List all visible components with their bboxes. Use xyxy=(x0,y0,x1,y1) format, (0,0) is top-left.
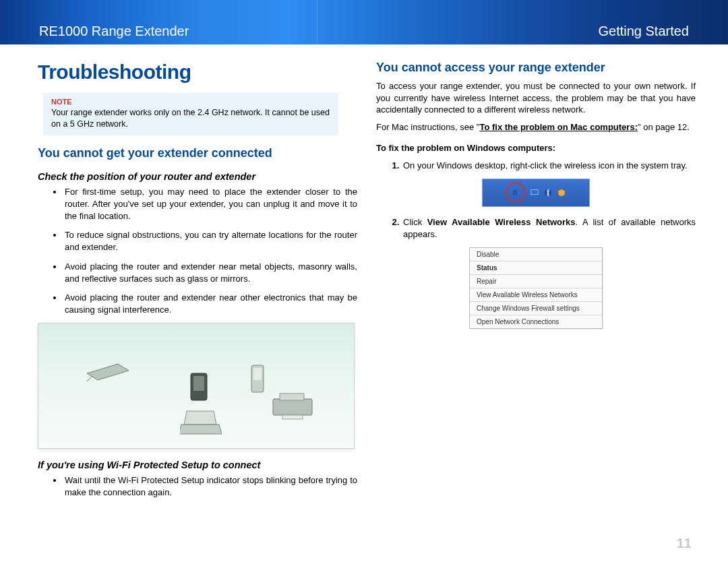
svg-marker-9 xyxy=(184,411,216,425)
phone-icon xyxy=(249,364,268,395)
text: For Mac instructions, see " xyxy=(376,122,479,132)
page-number: 11 xyxy=(677,536,692,551)
menu-item: View Available Wireless Networks xyxy=(470,288,602,302)
left-column: Troubleshooting Note Your range extender… xyxy=(38,61,357,506)
svg-rect-5 xyxy=(253,368,262,380)
svg-marker-0 xyxy=(87,364,129,380)
list-item: For first-time setup, you may need to pl… xyxy=(63,186,357,223)
right-intro: To access your range extender, you must … xyxy=(376,80,696,116)
right-section-heading: You cannot access your range extender xyxy=(376,61,696,75)
system-tray-illustration xyxy=(482,179,590,207)
header-band: RE1000 Range Extender Getting Started xyxy=(0,0,728,44)
wps-bullets: Wait until the Wi-Fi Protected Setup ind… xyxy=(38,474,357,499)
list-item: Avoid placing the router and extender ne… xyxy=(63,261,357,285)
svg-rect-8 xyxy=(282,415,303,419)
text: " on page 12. xyxy=(638,122,690,132)
svg-rect-7 xyxy=(280,394,304,400)
svg-rect-12 xyxy=(531,190,539,195)
list-item: Wait until the Wi-Fi Protected Setup ind… xyxy=(63,474,357,499)
shield-icon xyxy=(557,188,566,197)
menu-item: Repair xyxy=(470,275,602,288)
note-box: Note Your range extender works only on t… xyxy=(43,93,338,135)
list-item: To reduce signal obstructions, you can t… xyxy=(63,229,357,253)
svg-rect-3 xyxy=(193,376,204,391)
menu-item: Disable xyxy=(470,248,602,261)
mac-link: To fix the problem on Mac computers: xyxy=(479,122,638,132)
highlight-circle-icon xyxy=(506,183,526,203)
printer-icon xyxy=(269,391,317,422)
note-label: Note xyxy=(51,97,330,107)
svg-rect-6 xyxy=(273,399,312,415)
windows-steps-2: Click View Available Wireless Networks. … xyxy=(376,216,696,241)
text: Click xyxy=(403,217,427,227)
note-text: Your range extender works only on the 2.… xyxy=(51,107,330,130)
left-section-heading: You cannot get your extender connected xyxy=(38,146,357,160)
bluetooth-icon xyxy=(543,188,553,197)
svg-marker-10 xyxy=(180,425,222,434)
svg-line-1 xyxy=(87,376,92,381)
mac-reference: For Mac instructions, see "To fix the pr… xyxy=(376,121,696,133)
menu-item: Status xyxy=(470,261,602,275)
router-icon xyxy=(84,356,131,383)
list-item: Avoid placing the router and extender ne… xyxy=(63,292,357,316)
page-title: Troubleshooting xyxy=(38,61,357,84)
product-name: RE1000 Range Extender xyxy=(39,24,189,39)
wireless-icon xyxy=(511,188,520,197)
page-body: Troubleshooting Note Your range extender… xyxy=(0,44,728,506)
position-bullets: For first-time setup, you may need to pl… xyxy=(38,186,357,317)
right-column: You cannot access your range extender To… xyxy=(376,61,696,506)
monitor-icon xyxy=(530,188,539,197)
step-2: Click View Available Wireless Networks. … xyxy=(402,216,696,241)
menu-item: Open Network Connections xyxy=(470,315,602,328)
header-section: Getting Started xyxy=(598,24,689,39)
context-menu-illustration: Disable Status Repair View Available Wir… xyxy=(469,247,603,329)
step-1: On your Windows desktop, right-click the… xyxy=(402,160,696,172)
check-position-heading: Check the position of your router and ex… xyxy=(38,171,357,182)
laptop-icon xyxy=(180,410,222,438)
extender-icon xyxy=(187,369,214,407)
windows-steps: On your Windows desktop, right-click the… xyxy=(376,160,696,172)
menu-item: Change Windows Firewall settings xyxy=(470,302,602,315)
wps-heading: If you're using Wi-Fi Protected Setup to… xyxy=(38,460,357,470)
devices-illustration xyxy=(38,323,355,449)
windows-fix-heading: To fix the problem on Windows computers: xyxy=(376,142,696,154)
menu-command: View Available Wireless Networks xyxy=(427,217,576,227)
